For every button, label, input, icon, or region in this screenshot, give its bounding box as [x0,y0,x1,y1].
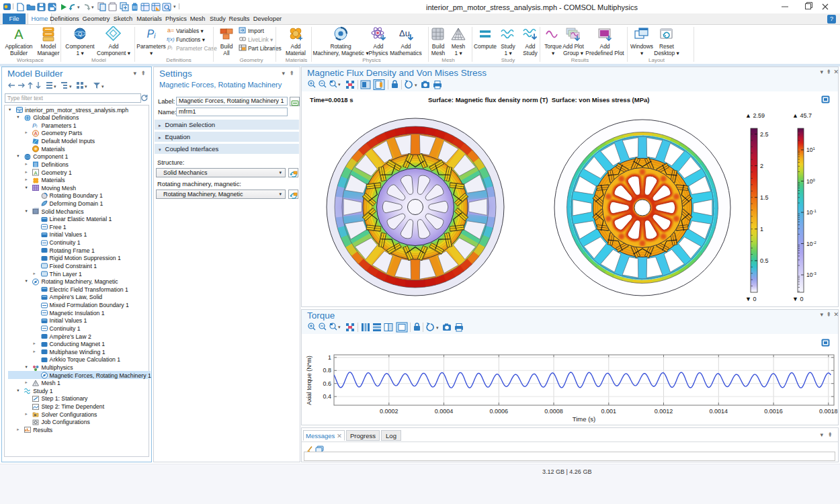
svg-text:▼ 0: ▼ 0 [792,296,803,302]
svg-text:Pi: Pi [167,44,173,51]
svg-text:A: A [14,27,24,42]
svg-text:0.0016: 0.0016 [764,408,783,415]
svg-text:10-3: 10-3 [806,271,816,278]
svg-text:Pi: Pi [32,122,38,129]
svg-text:1: 1 [760,226,763,233]
svg-text:0.0006: 0.0006 [490,408,509,415]
svg-text:a=: a= [167,27,174,34]
svg-text:1: 1 [328,354,331,361]
svg-text:▾: ▾ [101,84,104,89]
svg-text:f(x): f(x) [167,36,175,42]
svg-text:0.8: 0.8 [323,367,331,374]
svg-text:▲ 45.7: ▲ 45.7 [792,112,812,119]
svg-text:10-2: 10-2 [806,241,816,247]
svg-text:▾: ▾ [69,84,72,89]
svg-text:▾: ▾ [415,83,417,87]
svg-text:▾: ▾ [338,82,341,87]
svg-text:0.0012: 0.0012 [655,408,673,415]
svg-text:Time (s): Time (s) [573,415,595,423]
svg-text:0.0004: 0.0004 [435,408,454,415]
svg-text:100: 100 [806,178,815,185]
svg-text:Pi: Pi [146,28,156,40]
svg-text:0.4: 0.4 [323,393,331,400]
svg-text:0.0002: 0.0002 [380,408,398,415]
svg-text:▾: ▾ [85,84,87,89]
svg-text:0.0018: 0.0018 [819,408,838,415]
svg-text:0.0008: 0.0008 [544,408,563,415]
svg-text:0.5: 0.5 [760,257,769,264]
svg-text:Δu: Δu [399,28,410,38]
svg-text:▾: ▾ [77,5,80,9]
svg-text:▲ 2.59: ▲ 2.59 [745,112,765,119]
svg-text:2.5: 2.5 [760,131,769,138]
svg-text:A: A [34,131,38,136]
svg-text:▼ 0: ▼ 0 [745,296,756,302]
svg-text:1.5: 1.5 [760,194,769,201]
svg-text:A: A [34,170,38,176]
svg-text:0.6: 0.6 [323,380,331,387]
svg-text:Q: Q [78,31,82,37]
svg-text:▾: ▾ [91,5,94,9]
svg-text:10-1: 10-1 [806,209,816,216]
svg-text:▾: ▾ [173,4,176,9]
svg-text:0.001: 0.001 [601,408,617,415]
svg-text:▶: ▶ [34,413,37,417]
svg-text:2: 2 [760,163,763,169]
svg-text:▾: ▾ [54,84,56,89]
svg-text:0.0014: 0.0014 [710,408,728,415]
svg-text:Axial torque (N*m): Axial torque (N*m) [306,355,312,405]
svg-text:101: 101 [806,146,815,153]
